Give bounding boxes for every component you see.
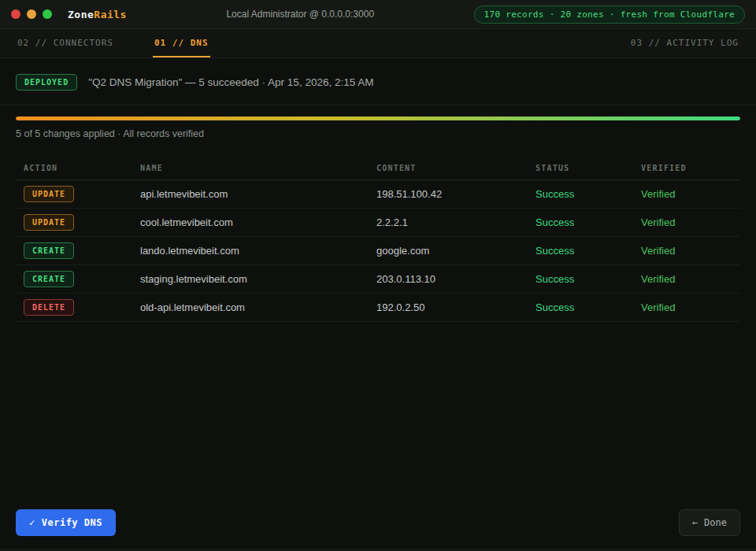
check-icon: ✓: [29, 517, 35, 528]
dns-changes-table: ACTION NAME CONTENT STATUS VERIFIED UPDA…: [0, 139, 756, 322]
app-logo-zone: Zone: [68, 9, 94, 20]
table-row[interactable]: DELETE old-api.letmevibeit.com 192.0.2.5…: [16, 294, 740, 322]
record-status: Success: [528, 301, 633, 313]
record-status: Success: [528, 216, 633, 228]
action-badge: DELETE: [24, 299, 74, 316]
tab-bar: 02 // CONNECTORS 01 // DNS 03 // ACTIVIT…: [0, 29, 756, 58]
action-badge: CREATE: [24, 242, 74, 259]
record-name: staging.letmevibeit.com: [132, 273, 369, 285]
record-status: Success: [528, 245, 633, 257]
record-name: old-api.letmevibeit.com: [132, 301, 369, 313]
progress-section: 5 of 5 changes applied · All records ver…: [0, 105, 756, 139]
record-name: api.letmevibeit.com: [132, 188, 369, 200]
record-verified: Verified: [633, 273, 740, 285]
verify-dns-button-label: Verify DNS: [42, 517, 102, 528]
record-content: 203.0.113.10: [369, 273, 528, 285]
deployment-summary-row: DEPLOYED "Q2 DNS Migration" — 5 succeede…: [0, 58, 756, 105]
record-content: google.com: [369, 245, 528, 257]
verify-dns-button[interactable]: ✓ Verify DNS: [16, 509, 116, 536]
record-verified: Verified: [633, 216, 740, 228]
maximize-window-icon[interactable]: [43, 9, 52, 19]
app-logo: ZoneRails: [68, 9, 127, 20]
done-button-label: Done: [704, 517, 727, 528]
tab-dns[interactable]: 01 // DNS: [153, 29, 210, 57]
dns-table-body: UPDATE api.letmevibeit.com 198.51.100.42…: [16, 180, 740, 322]
action-badge: UPDATE: [24, 186, 74, 202]
record-verified: Verified: [633, 301, 740, 313]
back-arrow-icon: ←: [692, 517, 698, 528]
column-header-name: NAME: [132, 164, 369, 172]
table-row[interactable]: CREATE lando.letmevibeit.com google.com …: [16, 237, 740, 265]
close-window-icon[interactable]: [11, 9, 20, 19]
column-header-status: STATUS: [528, 164, 633, 172]
table-header-row: ACTION NAME CONTENT STATUS VERIFIED: [16, 157, 740, 180]
title-bar: ZoneRails Local Administrator @ 0.0.0.0:…: [0, 0, 756, 29]
minimize-window-icon[interactable]: [27, 9, 36, 19]
deployed-status-badge: DEPLOYED: [16, 74, 77, 91]
record-status: Success: [528, 273, 633, 285]
record-content: 192.0.2.50: [369, 301, 528, 313]
footer-bar: ✓ Verify DNS ← Done: [0, 509, 756, 549]
app-logo-rails: Rails: [94, 9, 127, 20]
deployment-summary-text: "Q2 DNS Migration" — 5 succeeded · Apr 1…: [88, 76, 373, 88]
record-name: cool.letmevibeit.com: [132, 216, 369, 228]
column-header-verified: VERIFIED: [633, 164, 740, 172]
progress-label: 5 of 5 changes applied · All records ver…: [16, 120, 740, 139]
record-status: Success: [528, 188, 633, 200]
action-badge: UPDATE: [24, 214, 74, 231]
sync-status-pill: 170 records · 20 zones · fresh from Clou…: [474, 6, 745, 24]
table-row[interactable]: UPDATE cool.letmevibeit.com 2.2.2.1 Succ…: [16, 209, 740, 237]
record-verified: Verified: [633, 188, 740, 200]
table-row[interactable]: CREATE staging.letmevibeit.com 203.0.113…: [16, 265, 740, 294]
record-content: 198.51.100.42: [369, 188, 528, 200]
record-verified: Verified: [633, 245, 740, 257]
column-header-action: ACTION: [16, 164, 132, 172]
record-name: lando.letmevibeit.com: [132, 245, 369, 257]
tab-connectors[interactable]: 02 // CONNECTORS: [16, 29, 115, 57]
session-subtitle: Local Administrator @ 0.0.0.0:3000: [127, 9, 474, 20]
done-button[interactable]: ← Done: [679, 509, 740, 536]
table-row[interactable]: UPDATE api.letmevibeit.com 198.51.100.42…: [16, 180, 740, 209]
tab-activity-log[interactable]: 03 // ACTIVITY LOG: [629, 29, 740, 57]
column-header-content: CONTENT: [369, 164, 528, 172]
record-content: 2.2.2.1: [369, 216, 528, 228]
action-badge: CREATE: [24, 271, 74, 287]
traffic-lights: [11, 9, 52, 19]
